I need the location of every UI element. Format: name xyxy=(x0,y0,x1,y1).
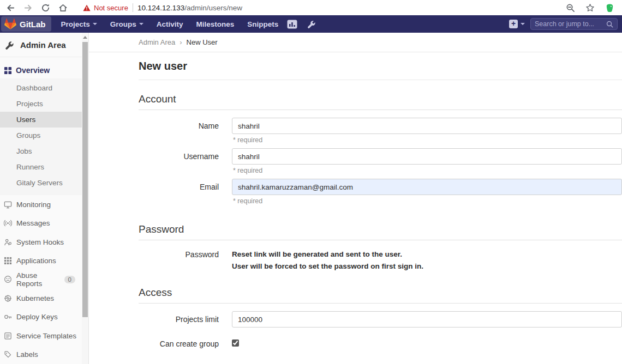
nav-activity[interactable]: Activity xyxy=(157,20,183,28)
scroll-up-icon xyxy=(83,36,87,39)
password-note-line2: User will be forced to set the password … xyxy=(232,260,622,272)
password-section-heading: Password xyxy=(139,223,622,240)
monitor-icon xyxy=(4,201,12,209)
sidebar-item-deploy-keys[interactable]: Deploy Keys xyxy=(0,308,82,326)
can-create-group-label: Can create group xyxy=(139,337,219,349)
scrollbar-up-button[interactable] xyxy=(82,33,88,41)
sidebar-item-monitoring[interactable]: Monitoring xyxy=(0,195,82,214)
chevron-down-icon xyxy=(521,23,525,25)
gitlab-navbar: GitLab Projects Groups Activity Mileston… xyxy=(0,15,622,33)
sidebar-item-service-templates[interactable]: Service Templates xyxy=(0,326,82,345)
breadcrumb: Admin Area › New User xyxy=(89,33,622,52)
charts-icon[interactable] xyxy=(287,20,297,29)
extension-icon[interactable] xyxy=(605,3,614,13)
access-section-heading: Access xyxy=(139,287,622,304)
helm-wheel-icon xyxy=(4,294,12,302)
abuse-reports-count-badge: 0 xyxy=(64,276,75,283)
broadcast-icon xyxy=(4,219,12,227)
sidebar-item-dashboard[interactable]: Dashboard xyxy=(0,80,82,96)
email-field-row: Email * required xyxy=(139,179,622,209)
search-icon xyxy=(606,21,613,28)
home-icon[interactable] xyxy=(58,3,68,13)
nav-milestones[interactable]: Milestones xyxy=(196,20,235,28)
name-required-hint: * required xyxy=(233,136,622,144)
plus-icon: + xyxy=(509,20,518,28)
back-icon[interactable] xyxy=(5,3,15,13)
sidebar-item-system-hooks[interactable]: System Hooks xyxy=(0,233,82,251)
name-label: Name xyxy=(139,118,219,148)
sidebar-scrollbar xyxy=(82,33,89,364)
zoom-out-icon[interactable] xyxy=(565,3,575,13)
overview-sub-list: Dashboard Projects Users Groups Jobs Run… xyxy=(0,78,82,195)
can-create-group-row: Can create group xyxy=(139,337,622,349)
reload-icon[interactable] xyxy=(40,3,50,13)
username-required-hint: * required xyxy=(233,167,622,174)
label-tag-icon xyxy=(4,350,12,359)
global-search[interactable] xyxy=(530,18,618,30)
hook-icon xyxy=(4,238,12,246)
wrench-icon xyxy=(5,40,14,50)
new-menu-button[interactable]: + xyxy=(509,20,525,28)
username-input[interactable] xyxy=(232,148,622,165)
scrollbar-thumb[interactable] xyxy=(82,42,88,317)
chevron-down-icon xyxy=(139,23,143,25)
breadcrumb-separator: › xyxy=(180,38,182,46)
gitlab-logo-label: GitLab xyxy=(20,20,46,29)
email-input[interactable] xyxy=(232,179,622,195)
password-row: Password Reset link will be generated an… xyxy=(139,248,622,271)
frown-face-icon xyxy=(4,275,12,283)
breadcrumb-admin-area[interactable]: Admin Area xyxy=(139,38,175,46)
url-path: /admin/users/new xyxy=(184,4,242,12)
bookmark-star-icon[interactable] xyxy=(585,3,595,13)
key-icon xyxy=(4,313,12,321)
can-create-group-checkbox[interactable] xyxy=(232,339,239,347)
overview-grid-icon xyxy=(4,66,12,75)
not-secure-chip[interactable]: Not secure xyxy=(83,4,128,12)
url-host: 10.124.12.133 xyxy=(137,4,184,12)
email-required-hint: * required xyxy=(233,197,622,205)
admin-sidebar: Admin Area Overview Dashboard Projects U… xyxy=(0,33,82,364)
sidebar-item-runners[interactable]: Runners xyxy=(0,159,82,175)
sidebar-item-groups[interactable]: Groups xyxy=(0,128,82,143)
name-input[interactable] xyxy=(232,118,622,134)
username-field-row: Username * required xyxy=(139,148,622,179)
sidebar-item-kubernetes[interactable]: Kubernetes xyxy=(0,289,82,307)
sidebar-admin-area[interactable]: Admin Area xyxy=(0,33,82,57)
title-divider xyxy=(139,80,622,80)
browser-toolbar: Not secure 10.124.12.133/admin/users/new xyxy=(0,0,622,15)
tanuki-icon xyxy=(4,18,16,30)
apps-grid-icon xyxy=(4,257,12,265)
name-field-row: Name * required xyxy=(139,118,622,148)
warning-icon xyxy=(83,4,91,11)
nav-snippets[interactable]: Snippets xyxy=(247,20,278,28)
nav-groups[interactable]: Groups xyxy=(110,20,143,28)
sidebar-item-users[interactable]: Users xyxy=(0,112,82,128)
sidebar-item-abuse-reports[interactable]: Abuse Reports 0 xyxy=(0,270,82,289)
password-note-line1: Reset link will be generated and sent to… xyxy=(232,248,622,260)
sidebar-item-applications[interactable]: Applications xyxy=(0,251,82,270)
search-input[interactable] xyxy=(535,20,603,28)
forward-icon[interactable] xyxy=(23,3,33,13)
sidebar-item-jobs[interactable]: Jobs xyxy=(0,143,82,159)
breadcrumb-new-user: New User xyxy=(187,38,218,46)
address-bar[interactable]: Not secure 10.124.12.133/admin/users/new xyxy=(75,3,558,12)
sidebar-item-gitaly-servers[interactable]: Gitaly Servers xyxy=(0,175,82,191)
template-icon xyxy=(4,332,12,340)
password-label: Password xyxy=(139,248,219,271)
nav-projects[interactable]: Projects xyxy=(61,20,97,28)
sidebar-item-overview[interactable]: Overview xyxy=(0,62,82,78)
gitlab-logo[interactable]: GitLab xyxy=(1,16,51,32)
sidebar-item-projects[interactable]: Projects xyxy=(0,96,82,112)
projects-limit-row: Projects limit xyxy=(139,311,622,327)
account-section-heading: Account xyxy=(139,93,622,110)
projects-limit-label: Projects limit xyxy=(139,311,219,327)
chevron-down-icon xyxy=(93,23,97,25)
projects-limit-input[interactable] xyxy=(232,311,622,327)
url-text[interactable]: 10.124.12.133/admin/users/new xyxy=(137,4,242,12)
sidebar-item-messages[interactable]: Messages xyxy=(0,214,82,232)
main-content: Admin Area › New User New user Account N… xyxy=(89,33,622,364)
sidebar-item-labels[interactable]: Labels xyxy=(0,345,82,364)
email-label: Email xyxy=(139,179,219,209)
not-secure-label: Not secure xyxy=(94,4,128,12)
admin-wrench-icon[interactable] xyxy=(307,20,316,28)
